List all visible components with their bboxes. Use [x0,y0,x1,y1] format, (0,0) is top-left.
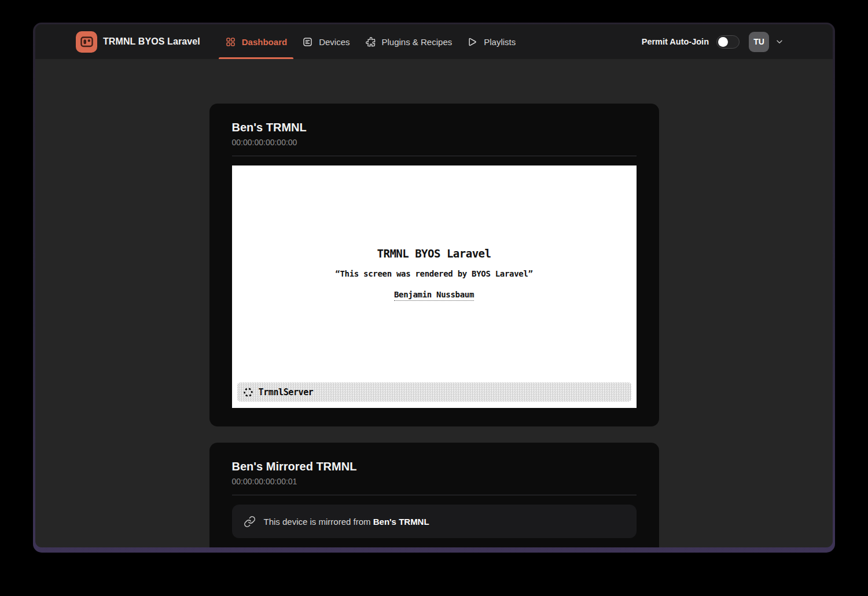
nav-label: Playlists [484,37,516,47]
screen-title: TRMNL BYOS Laravel [377,247,491,260]
nav-item-plugins-recipes[interactable]: Plugins & Recipes [358,24,460,59]
nav-label: Plugins & Recipes [382,37,453,47]
nav-item-dashboard[interactable]: Dashboard [218,24,295,59]
device-mac-address: 00:00:00:00:00:00 [232,137,637,148]
nav-item-playlists[interactable]: Playlists [459,24,523,59]
screen-status-bar: TrmnlServer [237,382,631,402]
user-avatar[interactable]: TU [749,32,769,52]
device-card-bens-trmnl: Ben's TRMNL 00:00:00:00:00:00 TRMNL BYOS… [209,104,659,426]
screen-quote: “This screen was rendered by BYOS Larave… [335,269,532,278]
mirror-notice-panel: This device is mirrored from Ben's TRMNL [232,505,637,538]
nav-items: Dashboard Devices [218,24,523,59]
spinner-icon [243,387,253,398]
nav-label: Devices [319,37,350,47]
divider [232,495,637,495]
device-screen-preview: TRMNL BYOS Laravel “This screen was rend… [232,165,637,408]
chevron-down-icon[interactable] [775,37,784,46]
brand-title: TRMNL BYOS Laravel [103,36,200,47]
devices-list-icon [302,36,313,47]
screen-author-link: Benjamin Nussbaum [394,290,474,301]
screen-status-label: TrmnlServer [259,387,314,398]
divider [232,156,637,156]
device-name: Ben's TRMNL [232,120,637,135]
link-icon [244,516,256,528]
device-name: Ben's Mirrored TRMNL [232,459,637,474]
trmnl-logo-icon[interactable] [76,31,97,53]
device-mac-address: 00:00:00:00:00:01 [232,476,637,487]
dashboard-grid-icon [225,36,236,47]
permit-auto-join-label: Permit Auto-Join [642,37,709,46]
puzzle-piece-icon [365,36,376,47]
app-window: TRMNL BYOS Laravel Dashboard [35,24,833,547]
mirror-notice-text: This device is mirrored from Ben's TRMNL [264,517,429,527]
nav-label: Dashboard [242,37,287,47]
mirror-source-device: Ben's TRMNL [373,517,429,527]
main-content: Ben's TRMNL 00:00:00:00:00:00 TRMNL BYOS… [35,59,833,547]
device-card-bens-mirrored-trmnl: Ben's Mirrored TRMNL 00:00:00:00:00:01 T… [209,443,659,547]
app-window-frame: TRMNL BYOS Laravel Dashboard [33,23,835,553]
play-icon [467,36,478,47]
toggle-knob [718,37,728,47]
nav-item-devices[interactable]: Devices [295,24,357,59]
navbar: TRMNL BYOS Laravel Dashboard [35,24,833,59]
permit-auto-join-toggle[interactable] [716,35,740,49]
